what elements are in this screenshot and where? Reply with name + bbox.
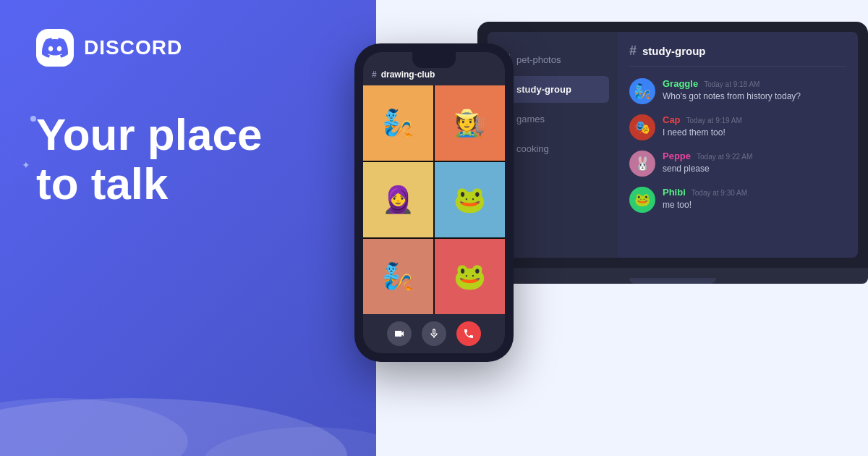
avatar-video-5: 🧞	[382, 261, 414, 292]
tagline-line1: Your place	[36, 110, 340, 159]
avatar-graggle: 🧞	[629, 78, 655, 104]
chat-panel: # study-group 🧞 Graggle Today at 9:18 AM…	[618, 32, 858, 258]
chat-hash-icon: #	[629, 43, 637, 59]
phone-body: # drawing-club 🧞 🧑‍🌾 🧕 🐸	[354, 43, 514, 362]
laptop-base	[477, 268, 868, 284]
channel-name-study-group: study-group	[516, 84, 571, 95]
accent-dot	[30, 116, 36, 122]
logo-area: DISCORD	[36, 29, 340, 67]
avatar-video-6: 🐸	[454, 261, 486, 292]
discord-icon	[36, 29, 74, 67]
msg-content-phibi: Phibi Today at 9:30 AM me too!	[663, 187, 846, 213]
avatar-video-1: 🧞	[382, 108, 414, 138]
message-peppe: 🐰 Peppe Today at 9:22 AM send please	[629, 151, 846, 177]
camera-button[interactable]	[387, 321, 412, 346]
msg-header-graggle: Graggle Today at 9:18 AM	[663, 78, 846, 89]
msg-timestamp-graggle: Today at 9:18 AM	[704, 80, 760, 88]
video-grid: 🧞 🧑‍🌾 🧕 🐸 🧞 🐸	[363, 85, 505, 314]
phone-channel-name: drawing-club	[381, 69, 435, 80]
cloud-decoration	[0, 326, 376, 456]
tagline: Your place to talk	[36, 110, 340, 208]
message-phibi: 🐸 Phibi Today at 9:30 AM me too!	[629, 187, 846, 213]
msg-text-phibi: me too!	[663, 199, 846, 211]
msg-header-cap: Cap Today at 9:19 AM	[663, 114, 846, 125]
msg-username-graggle: Graggle	[663, 78, 698, 89]
msg-header-peppe: Peppe Today at 9:22 AM	[663, 151, 846, 161]
avatar-video-3: 🧕	[382, 185, 414, 215]
avatar-peppe: 🐰	[629, 151, 655, 177]
avatar-phibi: 🐸	[629, 187, 655, 213]
chat-header: # study-group	[629, 43, 846, 67]
avatar-cap: 🎭	[629, 114, 655, 140]
phone-notch	[412, 52, 456, 68]
msg-timestamp-phibi: Today at 9:30 AM	[692, 189, 747, 197]
video-cell-5: 🧞	[363, 239, 433, 314]
msg-content-cap: Cap Today at 9:19 AM I need them too!	[663, 114, 846, 140]
phone-controls	[363, 314, 505, 353]
video-cell-3: 🧕	[363, 162, 433, 237]
video-cell-2: 🧑‍🌾	[435, 85, 505, 161]
msg-header-phibi: Phibi Today at 9:30 AM	[663, 187, 846, 198]
message-graggle: 🧞 Graggle Today at 9:18 AM Who's got not…	[629, 78, 846, 104]
msg-content-graggle: Graggle Today at 9:18 AM Who's got notes…	[663, 78, 846, 104]
avatar-video-4: 🐸	[454, 185, 486, 215]
laptop-screen: # pet-photos # study-group # games # coo…	[488, 32, 858, 258]
message-cap: 🎭 Cap Today at 9:19 AM I need them too!	[629, 114, 846, 140]
channel-name-cooking: cooking	[516, 143, 549, 154]
video-cell-4: 🐸	[435, 162, 505, 237]
video-cell-6: 🐸	[435, 239, 505, 314]
phone: # drawing-club 🧞 🧑‍🌾 🧕 🐸	[354, 43, 514, 362]
msg-text-peppe: send please	[663, 163, 846, 175]
sparkle-decoration: ✦	[22, 159, 30, 171]
msg-username-cap: Cap	[663, 114, 681, 125]
avatar-video-2: 🧑‍🌾	[454, 108, 486, 138]
mic-button[interactable]	[422, 321, 446, 346]
msg-text-graggle: Who's got notes from history today?	[663, 90, 846, 103]
tagline-line2: to talk	[36, 159, 340, 208]
channel-name-games: games	[516, 114, 545, 124]
discord-wordmark: DISCORD	[84, 36, 182, 59]
channel-name-pet-photos: pet-photos	[516, 54, 561, 65]
left-panel: ✦ DISCORD Your place to talk	[0, 0, 376, 456]
video-cell-1: 🧞	[363, 85, 433, 161]
right-panel: ✦ # pet-photos # study-group # games	[376, 0, 868, 456]
msg-timestamp-peppe: Today at 9:22 AM	[697, 153, 752, 161]
end-call-button[interactable]	[456, 321, 481, 346]
msg-content-peppe: Peppe Today at 9:22 AM send please	[663, 151, 846, 177]
msg-username-peppe: Peppe	[663, 151, 691, 161]
laptop-body: # pet-photos # study-group # games # coo…	[477, 22, 868, 268]
phone-screen: # drawing-club 🧞 🧑‍🌾 🧕 🐸	[363, 52, 505, 353]
chat-channel-name: study-group	[642, 45, 706, 57]
msg-timestamp-cap: Today at 9:19 AM	[686, 117, 742, 124]
laptop: ✦ # pet-photos # study-group # games	[477, 22, 868, 304]
phone-hash-icon: #	[372, 69, 377, 80]
msg-text-cap: I need them too!	[663, 127, 846, 139]
msg-username-phibi: Phibi	[663, 187, 686, 198]
